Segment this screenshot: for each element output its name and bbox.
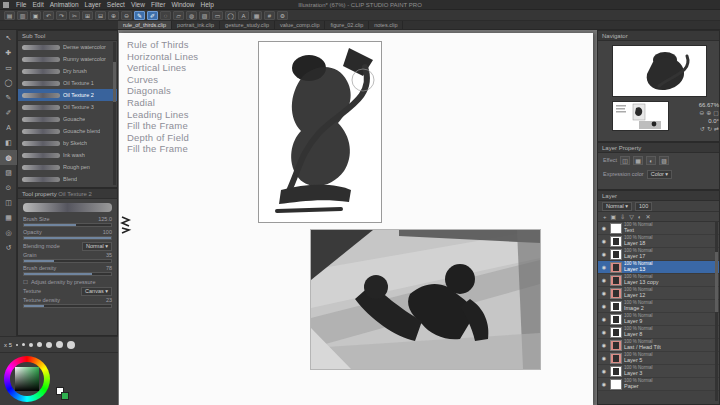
brush-item[interactable]: Dry brush: [18, 65, 117, 77]
brush-item[interactable]: Oil Texture 3: [18, 101, 117, 113]
pen-tool-icon[interactable]: ✎: [0, 90, 17, 105]
redo-icon[interactable]: ↷: [56, 11, 67, 20]
transfer-down-icon[interactable]: ⇩: [620, 212, 625, 222]
layer-thumbnail[interactable]: [610, 379, 622, 390]
visibility-icon[interactable]: ◉: [600, 225, 608, 231]
eraser-tool-icon[interactable]: ▱: [173, 11, 184, 20]
layer-thumbnail[interactable]: [610, 249, 622, 260]
menu-select[interactable]: Select: [104, 0, 128, 10]
layer-row[interactable]: ◉100 % NormalLayer 18: [598, 235, 719, 248]
document-tab[interactable]: portrait_ink.clip: [172, 21, 220, 29]
layer-thumbnail[interactable]: [610, 236, 622, 247]
gradient-tool-icon[interactable]: ▨: [0, 165, 17, 180]
fill-tool-icon[interactable]: ◧: [0, 135, 17, 150]
visibility-icon[interactable]: ◉: [600, 264, 608, 270]
text-tool-icon[interactable]: A: [238, 11, 249, 20]
grid-icon[interactable]: ▦: [251, 11, 262, 20]
visibility-icon[interactable]: ◉: [600, 303, 608, 309]
visibility-icon[interactable]: ◉: [600, 381, 608, 387]
layer-thumbnail[interactable]: [610, 340, 622, 351]
layer-row[interactable]: ◉100 % NormalLayer 9: [598, 313, 719, 326]
brush-size-dot[interactable]: [22, 343, 25, 346]
document-tab[interactable]: value_comp.clip: [275, 21, 325, 29]
menu-help[interactable]: Help: [198, 0, 217, 10]
visibility-icon[interactable]: ◉: [600, 277, 608, 283]
gradient-tool-icon[interactable]: ▨: [199, 11, 210, 20]
layer-row-selected[interactable]: ◉100 % NormalLayer 13: [598, 261, 719, 274]
brush-item[interactable]: Ink wash: [18, 149, 117, 161]
brush-item[interactable]: Rough pen: [18, 161, 117, 173]
layer-row[interactable]: ◉100 % NormalLast / Head Tilt: [598, 339, 719, 352]
lasso-tool-icon[interactable]: ◯: [225, 11, 236, 20]
pen-tool-icon[interactable]: ✎: [134, 11, 145, 20]
cut-icon[interactable]: ✂: [69, 11, 80, 20]
rotate-right-icon[interactable]: ↻: [707, 125, 712, 133]
document-tab[interactable]: gesture_study.clip: [220, 21, 275, 29]
grain-slider[interactable]: Grain35: [18, 251, 117, 264]
airbrush-tool-icon[interactable]: ◌: [160, 11, 171, 20]
document-tab[interactable]: rule_of_thirds.clip: [118, 21, 172, 29]
document-tab[interactable]: figure_02.clip: [325, 21, 369, 29]
marquee-tool-icon[interactable]: ▭: [0, 60, 17, 75]
layer-thumbnail[interactable]: [610, 301, 622, 312]
fill-tool-icon[interactable]: ◍: [186, 11, 197, 20]
visibility-icon[interactable]: ◉: [600, 329, 608, 335]
brush-item-selected[interactable]: Oil Texture 2: [18, 89, 117, 101]
expression-color-dropdown[interactable]: Color ▾: [647, 170, 672, 179]
flip-horizontal-icon[interactable]: ⇄: [714, 125, 719, 133]
settings-icon[interactable]: ⚙: [277, 11, 288, 20]
layer-row[interactable]: ◉100 % NormalLayer 3: [598, 365, 719, 378]
layer-blend-dropdown[interactable]: Normal ▾: [602, 202, 632, 211]
layer-thumbnail[interactable]: [610, 366, 622, 377]
brush-tool-icon[interactable]: ◍: [0, 150, 17, 165]
menu-window[interactable]: Window: [168, 0, 197, 10]
visibility-icon[interactable]: ◉: [600, 251, 608, 257]
visibility-icon[interactable]: ◉: [600, 238, 608, 244]
canvas-area[interactable]: Rule of Thirds Horizontal Lines Vertical…: [118, 30, 597, 405]
layer-row[interactable]: ◉100 % NormalLayer 8: [598, 326, 719, 339]
menu-filter[interactable]: Filter: [148, 0, 168, 10]
fit-to-screen-icon[interactable]: ▢: [713, 109, 719, 117]
zoom-in-icon[interactable]: ⊕: [108, 11, 119, 20]
brush-item[interactable]: Blend: [18, 173, 117, 185]
visibility-icon[interactable]: ◉: [600, 290, 608, 296]
visibility-icon[interactable]: ◉: [600, 355, 608, 361]
checkbox-icon[interactable]: ☐: [23, 279, 28, 285]
visibility-icon[interactable]: ◉: [600, 342, 608, 348]
brush-size-dot[interactable]: [29, 343, 33, 347]
text-tool-icon[interactable]: A: [0, 120, 17, 135]
layer-row[interactable]: ◉100 % NormalLayer 13 copy: [598, 274, 719, 287]
extract-line-effect-icon[interactable]: ▨: [659, 156, 669, 165]
brush-size-dot[interactable]: [37, 342, 42, 347]
brush-item[interactable]: Dense watercolor: [18, 41, 117, 53]
move-tool-icon[interactable]: ✚: [0, 45, 17, 60]
layer-thumbnail[interactable]: [610, 275, 622, 286]
brush-item[interactable]: by Sketch: [18, 137, 117, 149]
eyedropper-tool-icon[interactable]: ⊙: [0, 180, 17, 195]
texture-density-slider[interactable]: Texture density23: [18, 296, 117, 309]
navigator-thumbnail-page[interactable]: [612, 101, 669, 131]
brush-size-dot[interactable]: [16, 344, 18, 346]
lasso-tool-icon[interactable]: ◯: [0, 75, 17, 90]
snap-icon[interactable]: #: [264, 11, 275, 20]
save-icon[interactable]: ▣: [30, 11, 41, 20]
tone-effect-icon[interactable]: ▦: [633, 156, 643, 165]
layer-row[interactable]: ◉100 % NormalLayer 5: [598, 352, 719, 365]
brush-size-dot[interactable]: [67, 341, 75, 349]
border-effect-icon[interactable]: ◫: [620, 156, 630, 165]
copy-icon[interactable]: ⊞: [82, 11, 93, 20]
menu-edit[interactable]: Edit: [29, 0, 46, 10]
layer-thumbnail[interactable]: [610, 288, 622, 299]
select-tool-icon[interactable]: ↖: [0, 30, 17, 45]
frame-tool-icon[interactable]: ◫: [0, 195, 17, 210]
rotate-tool-icon[interactable]: ↺: [0, 240, 17, 255]
density-checkbox-row[interactable]: ☐ Adjust density by pressure: [18, 277, 117, 286]
grid-tool-icon[interactable]: ▦: [0, 210, 17, 225]
undo-icon[interactable]: ↶: [43, 11, 54, 20]
zoom-out-icon[interactable]: ⊖: [121, 11, 132, 20]
opacity-slider[interactable]: Opacity100: [18, 228, 117, 241]
zoom-in-icon[interactable]: ⊕: [706, 109, 711, 117]
layer-row[interactable]: ◉100 % NormalImage 2: [598, 300, 719, 313]
texture-dropdown[interactable]: Canvas ▾: [81, 287, 112, 296]
zoom-tool-icon[interactable]: ◎: [0, 225, 17, 240]
